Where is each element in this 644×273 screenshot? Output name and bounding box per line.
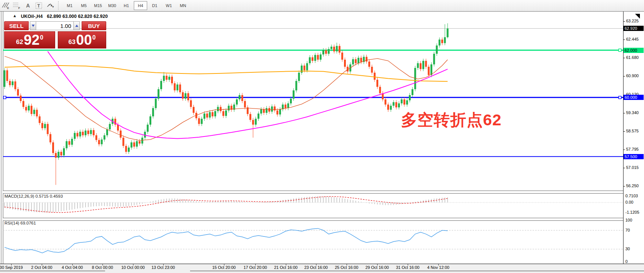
svg-text:A: A <box>26 3 30 9</box>
price-tick-label: 57.015 <box>626 165 639 170</box>
time-tick-label: 13 Oct 23:00 <box>146 265 180 270</box>
time-tick-label: 2 Oct 04:00 <box>25 265 59 270</box>
price-tick-mark <box>624 21 625 22</box>
timeframe-button-m1[interactable]: M1 <box>63 1 76 10</box>
price-tick-label: 58.575 <box>626 129 639 133</box>
svg-text:F: F <box>18 6 20 10</box>
level-price-badge: 60.000 <box>624 95 644 100</box>
macd-axis-label: 0.7103 <box>625 194 638 198</box>
price-tick-mark <box>624 150 625 150</box>
chart-symbol-period: UKOil-,H4 <box>21 14 42 19</box>
rsi-axis-label: 30 <box>625 247 630 251</box>
rsi-indicator-pane <box>3 220 623 264</box>
volume-input[interactable] <box>36 21 73 30</box>
volume-decrease-button[interactable] <box>30 21 36 30</box>
equidistant-channel-tool-icon: E <box>1 1 10 10</box>
line-studies-toolbar: EFAT▾ <box>0 1 56 10</box>
fibonacci-tool-icon: F <box>12 1 21 10</box>
macd-label: MACD(12,26,9) 0.5715 0.4593 <box>4 194 63 198</box>
sell-price-handle: 62 <box>16 38 23 46</box>
timeframe-button-d1[interactable]: D1 <box>148 1 161 10</box>
price-tick-mark <box>624 131 625 132</box>
time-tick-label: 29 Oct 16:00 <box>360 265 394 270</box>
time-tick-label: 8 Oct 00:00 <box>86 265 119 270</box>
arrows-tool-button[interactable]: ▾ <box>45 1 56 10</box>
price-tick-label: 57.795 <box>626 147 639 151</box>
price-tick-mark <box>624 168 625 168</box>
price-tick-mark <box>624 58 625 58</box>
price-tick-mark <box>624 113 625 113</box>
svg-text:▾: ▾ <box>52 5 54 9</box>
buy-price-pip: 0 <box>92 34 96 41</box>
time-tick-label: 25 Oct 16:00 <box>330 265 363 270</box>
rsi-axis-label: 70 <box>625 228 630 232</box>
price-tick-label: 56.250 <box>626 183 639 188</box>
time-tick-label: 21 Oct 16:00 <box>269 265 303 270</box>
timeframe-button-m5[interactable]: M5 <box>77 1 91 10</box>
volume-increase-button[interactable] <box>73 21 80 30</box>
volume-stepper <box>30 21 80 30</box>
toolbar-separator <box>58 1 60 10</box>
chart-symbol-icon: ▲ <box>13 13 17 18</box>
rsi-axis-label: 100 <box>625 218 632 222</box>
equidistant-channel-tool-button[interactable]: E <box>0 1 11 10</box>
macd-axis-label: 0.00 <box>625 200 633 204</box>
price-tick-label: 60.900 <box>626 73 639 78</box>
price-tick-label: 61.680 <box>626 55 639 60</box>
time-tick-label: 4 Oct 04:00 <box>56 265 89 270</box>
time-tick-label: 17 Oct 20:00 <box>239 265 272 270</box>
price-tick-label: 62.445 <box>626 37 639 41</box>
window-bottom-frame <box>0 271 644 273</box>
macd-signal-line <box>4 197 448 213</box>
text-label-tool-button[interactable]: A <box>23 1 33 10</box>
price-tick-label: 63.225 <box>626 19 639 23</box>
rsi-label: RSI(14) 69.0761 <box>4 221 36 225</box>
buy-price-handle: 63 <box>68 38 75 46</box>
fibonacci-tool-button[interactable]: F <box>12 1 22 10</box>
level-price-badge: 57.500 <box>624 154 644 159</box>
chevron-up-icon <box>75 25 78 27</box>
time-tick-label: 31 Oct 16:00 <box>391 265 424 270</box>
price-tick-mark <box>624 76 625 76</box>
macd-axis-label: -1.1205 <box>625 210 639 214</box>
time-tick-label: 10 Oct 00:00 <box>116 265 150 270</box>
chart-annotation-text: 多空转折点62 <box>401 109 502 131</box>
trading-terminal: EFAT▾ M1M5M15M30H1H4D1W1MN ▲ UKOil-,H4 6… <box>0 0 644 273</box>
text-tool-icon: T <box>35 1 44 10</box>
toolbar: EFAT▾ M1M5M15M30H1H4D1W1MN <box>0 0 644 12</box>
scrollbar-segment[interactable] <box>190 271 644 271</box>
buy-price-big-digits: 00 <box>76 32 92 48</box>
sell-button[interactable]: SELL <box>4 21 29 30</box>
scrollbar-segment[interactable] <box>0 271 105 271</box>
current-price-badge: 62.920 <box>624 26 644 31</box>
ma-magenta <box>48 51 448 139</box>
timeframe-button-m15[interactable]: M15 <box>91 1 105 10</box>
time-axis: 30 Sep 20192 Oct 04:004 Oct 04:008 Oct 0… <box>0 264 644 271</box>
price-tick-mark <box>624 40 625 40</box>
ma-slow-orange <box>4 66 448 82</box>
sell-price-display[interactable]: 62 92 0 <box>4 31 55 48</box>
buy-button[interactable]: BUY <box>82 21 106 30</box>
timeframe-button-m30[interactable]: M30 <box>105 1 119 10</box>
autoscroll-corner-icon <box>635 14 640 19</box>
sell-price-big-digits: 92 <box>24 32 40 48</box>
arrows-tool-icon: ▾ <box>46 1 55 10</box>
time-tick-label: 4 Nov 12:00 <box>422 265 455 270</box>
chevron-down-icon <box>32 25 35 27</box>
timeframe-button-mn[interactable]: MN <box>176 1 190 10</box>
level-price-badge: 62.000 <box>624 48 644 53</box>
buy-price-display[interactable]: 63 00 0 <box>58 31 106 48</box>
time-tick-label: 30 Sep 2019 <box>0 265 28 270</box>
price-tick-mark <box>624 186 625 186</box>
svg-text:E: E <box>7 6 9 10</box>
chart-title: UKOil-,H4 62.890 63.000 62.820 62.920 <box>21 14 108 19</box>
one-click-trade-panel: SELL BUY 62 92 0 63 00 0 <box>4 21 106 48</box>
rsi-axis-label: 0 <box>625 259 628 264</box>
timeframe-button-h1[interactable]: H1 <box>120 1 133 10</box>
price-tick-label: 59.340 <box>626 110 639 115</box>
text-label-tool-icon: A <box>23 1 32 10</box>
timeframe-button-h4[interactable]: H4 <box>134 1 147 10</box>
text-tool-button[interactable]: T <box>34 1 44 10</box>
timeframe-toolbar: M1M5M15M30H1H4D1W1MN <box>63 1 190 10</box>
timeframe-button-w1[interactable]: W1 <box>162 1 176 10</box>
